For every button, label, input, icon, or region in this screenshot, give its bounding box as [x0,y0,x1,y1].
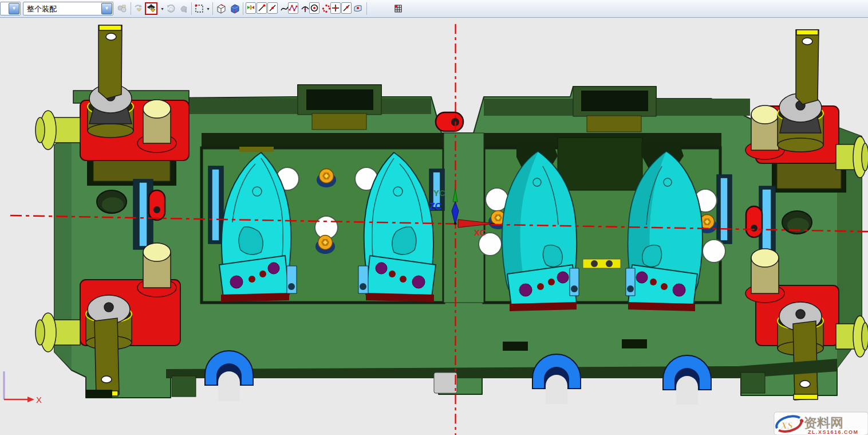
chevron-down-icon[interactable]: ▼ [206,7,210,11]
wcs-xc-label: XC [474,228,486,237]
watermark-logo-text: XS [780,420,793,431]
assembly-hand-icon[interactable] [177,2,190,15]
chevron-down-icon[interactable]: ▼ [101,3,112,14]
view-combo[interactable]: ▼ [0,2,21,15]
watermark-site-name: 资料网 [804,416,843,430]
graphics-window[interactable]: YC ZC XC X XS 资料网 [0,18,868,435]
point-on-face-snap-icon[interactable] [352,2,364,15]
toolbar-separator [212,2,213,15]
section-cube-icon[interactable] [228,2,241,15]
shaded-cube-icon[interactable] [215,2,227,15]
yellow-locator-plate [583,259,621,268]
rectangle-select-icon[interactable] [193,2,206,15]
assembly-filter-combo[interactable]: 整个装配 ▼ [23,2,113,15]
u-slot [663,355,711,405]
axis-triad: X [4,371,42,405]
cad-application-window: ▼ 整个装配 ▼ ▼ ▼ [0,0,868,435]
u-slot [532,354,581,404]
move-component-icon[interactable] [132,2,145,15]
endpoint-snap-icon[interactable] [257,2,267,14]
toolbar-separator [191,2,192,15]
watermark-site-url: ZL.XS1616.COM [808,429,859,435]
watermark: XS 资料网 ZL.XS1616.COM [774,412,868,435]
assembly-filter-value: 整个装配 [27,4,57,14]
snap-point-toggle-icon[interactable] [246,2,256,14]
toolbar-separator [366,2,367,15]
u-slot [205,351,253,401]
axis-x-label: X [36,395,42,405]
midpoint-snap-icon[interactable] [267,2,278,14]
toolbar-separator [131,2,131,15]
die-assembly-model[interactable]: YC ZC XC X XS 资料网 [0,18,868,435]
point-on-curve-snap-icon[interactable] [341,2,352,14]
drag-component-icon[interactable] [145,2,157,15]
wcs-zc-label: ZC [429,202,442,211]
wcs-yc-label: YC [433,188,445,198]
chevron-down-icon[interactable]: ▼ [9,3,19,14]
chevron-down-icon[interactable]: ▼ [160,7,164,11]
main-toolbar: ▼ 整个装配 ▼ ▼ ▼ [0,0,868,18]
rotate-component-icon[interactable] [165,2,177,15]
gears-icon[interactable] [116,2,128,15]
toolbar-separator [243,2,243,15]
lifting-bracket [793,321,818,400]
existing-point-snap-icon[interactable] [330,2,341,14]
grid-icon[interactable] [392,2,404,15]
lifting-bracket [94,318,119,397]
intersection-snap-icon[interactable] [288,2,298,14]
circle-center-snap-icon[interactable] [309,2,319,14]
